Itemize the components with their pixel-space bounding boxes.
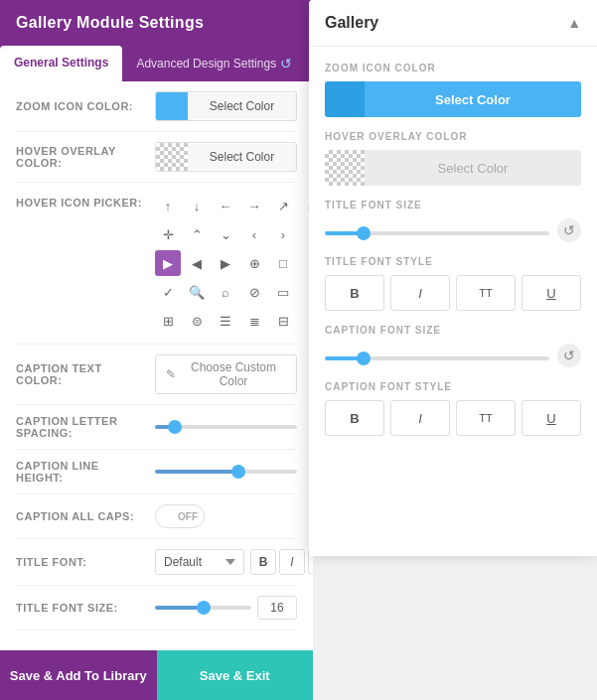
icon-cell-search[interactable]: 🔍 xyxy=(184,279,210,305)
hover-overlay-color-control: Select Color xyxy=(155,142,297,172)
rp-caption-tt-btn[interactable]: TT xyxy=(456,400,516,436)
rp-caption-font-size-reset[interactable]: ↺ xyxy=(557,344,581,367)
rp-caption-bold-btn[interactable]: B xyxy=(325,400,384,436)
main-panel-header: Gallery Module Settings xyxy=(0,0,313,46)
icon-cell-square[interactable]: □ xyxy=(270,250,296,276)
hover-icon-picker-control: ↑ ↓ ← → ↗ ↙ ↖ ✛ ⌃ ⌄ ‹ › » ⊙ ▶ xyxy=(155,193,313,334)
rp-title-tt-btn[interactable]: TT xyxy=(456,275,516,311)
rp-caption-italic-btn[interactable]: I xyxy=(390,400,450,436)
rp-title-font-size-reset[interactable]: ↺ xyxy=(557,218,581,242)
icon-cell-chevron-right[interactable]: › xyxy=(270,221,296,247)
rp-title-font-size-slider[interactable] xyxy=(325,231,549,235)
caption-text-color-label: CAPTION TEXT COLOR: xyxy=(16,362,145,386)
icon-cell-settings[interactable]: ⊕ xyxy=(241,250,267,276)
rp-hover-overlay-label: HOVER OVERLAY COLOR xyxy=(325,131,581,142)
toggle-bg[interactable]: OFF xyxy=(155,504,205,528)
title-font-size-label: TITLE FONT SIZE: xyxy=(16,602,145,614)
caption-letter-spacing-slider[interactable] xyxy=(155,425,297,429)
caption-line-height-label: CAPTION LINE HEIGHT: xyxy=(16,460,145,484)
footer: Save & Add To Library Save & Exit xyxy=(0,650,313,700)
rp-hover-overlay-swatch xyxy=(325,150,365,186)
icon-cell-rect[interactable]: ▭ xyxy=(270,279,296,305)
icon-cell-list[interactable]: ☰ xyxy=(213,308,238,334)
hover-overlay-color-btn[interactable]: Select Color xyxy=(155,142,297,172)
icon-cell-chevron-down[interactable]: ⌄ xyxy=(213,221,238,247)
icon-cell-arrow-right[interactable]: → xyxy=(241,193,267,218)
title-italic-btn[interactable]: I xyxy=(279,549,305,575)
save-library-btn[interactable]: Save & Add To Library xyxy=(0,650,157,700)
icon-cell-chevron-up[interactable]: ⌃ xyxy=(184,221,210,247)
rp-zoom-icon-label: ZOOM ICON COLOR xyxy=(325,63,581,73)
rp-title-bold-btn[interactable]: B xyxy=(325,275,384,311)
caption-letter-spacing-row: CAPTION LETTER SPACING: xyxy=(16,405,297,450)
pencil-icon: ✎ xyxy=(166,367,176,381)
icon-cell-diagonal-ne[interactable]: ↗ xyxy=(270,193,296,218)
right-panel-title: Gallery xyxy=(325,14,378,32)
icon-cell-list2[interactable]: ≣ xyxy=(241,308,267,334)
rp-zoom-icon-btn-label: Select Color xyxy=(365,81,581,117)
rp-hover-overlay-color-btn[interactable]: Select Color xyxy=(325,150,581,186)
caption-line-height-slider[interactable] xyxy=(155,470,297,474)
icon-cell-dots[interactable]: ⊜ xyxy=(184,308,210,334)
rp-title-font-style-label: TITLE FONT STYLE xyxy=(325,256,581,267)
caption-all-caps-toggle[interactable]: OFF xyxy=(155,504,205,528)
save-exit-label: Save & Exit xyxy=(200,668,270,683)
title-font-label: TITLE FONT: xyxy=(16,556,145,568)
zoom-icon-color-row: ZOOM ICON COLOR: Select Color xyxy=(16,81,297,132)
caption-line-height-row: CAPTION LINE HEIGHT: xyxy=(16,450,297,494)
icon-grid: ↑ ↓ ← → ↗ ↙ ↖ ✛ ⌃ ⌄ ‹ › » ⊙ ▶ xyxy=(155,193,313,334)
rp-caption-font-size-slider[interactable] xyxy=(325,356,549,360)
rp-zoom-icon-color-btn[interactable]: Select Color xyxy=(325,81,581,117)
hover-overlay-color-btn-label: Select Color xyxy=(188,144,296,170)
title-font-select[interactable]: Default xyxy=(155,549,244,575)
icon-cell-play-forward[interactable]: ▶ xyxy=(213,250,238,276)
rp-caption-underline-btn[interactable]: U xyxy=(522,400,581,436)
hover-icon-picker-row: HOVER ICON PICKER: ↑ ↓ ← → ↗ ↙ ↖ ✛ ⌃ ⌄ ‹… xyxy=(16,183,297,345)
zoom-icon-color-btn-label: Select Color xyxy=(188,93,296,119)
rp-zoom-icon-swatch xyxy=(325,81,365,117)
icon-cell-play[interactable]: ▶ xyxy=(155,250,181,276)
main-panel: Gallery Module Settings General Settings… xyxy=(0,0,313,700)
icon-cell-move[interactable]: ✛ xyxy=(155,221,181,247)
title-font-control: Default B I TT U xyxy=(155,549,313,575)
icon-cell-check[interactable]: ✓ xyxy=(155,279,181,305)
caption-all-caps-row: CAPTION ALL CAPS: OFF xyxy=(16,494,297,539)
toggle-label: OFF xyxy=(178,511,198,522)
rp-caption-font-size-row: ↺ xyxy=(325,344,581,367)
icon-cell-arrow-down[interactable]: ↓ xyxy=(184,193,210,218)
icon-cell-grid[interactable]: ⊞ xyxy=(155,308,181,334)
icon-cell-chevron-left[interactable]: ‹ xyxy=(241,221,267,247)
icon-cell-arrow-left[interactable]: ← xyxy=(213,193,238,218)
caption-letter-spacing-control xyxy=(155,425,297,429)
caption-text-color-row: CAPTION TEXT COLOR: ✎ Choose Custom Colo… xyxy=(16,345,297,405)
icon-cell-list3[interactable]: ⊟ xyxy=(270,308,296,334)
main-content: ZOOM ICON COLOR: Select Color HOVER OVER… xyxy=(0,81,313,700)
collapse-icon[interactable]: ▲ xyxy=(567,15,581,31)
title-font-style-btns: B I TT U xyxy=(250,549,313,575)
tabs-bar: General Settings Advanced Design Setting… xyxy=(0,46,313,81)
icon-cell-arrow-up[interactable]: ↑ xyxy=(155,193,181,218)
rp-title-underline-btn[interactable]: U xyxy=(522,275,581,311)
tab-advanced-design[interactable]: Advanced Design Settings ↺ xyxy=(122,46,306,81)
icon-cell-search2[interactable]: ⌕ xyxy=(213,279,238,305)
icon-cell-play-back[interactable]: ◀ xyxy=(184,250,210,276)
title-font-size-slider[interactable] xyxy=(155,606,251,610)
caption-text-color-btn-label: Choose Custom Color xyxy=(181,360,286,388)
rp-title-font-size-slider-wrap xyxy=(325,223,549,238)
title-font-row: TITLE FONT: Default B I TT U xyxy=(16,539,297,586)
title-bold-btn[interactable]: B xyxy=(250,549,276,575)
rp-title-italic-btn[interactable]: I xyxy=(390,275,450,311)
zoom-icon-color-btn[interactable]: Select Color xyxy=(155,91,297,121)
right-panel-header: Gallery ▲ xyxy=(309,0,597,47)
save-exit-btn[interactable]: Save & Exit xyxy=(157,650,314,700)
icon-cell-zoom[interactable]: ⊘ xyxy=(241,279,267,305)
hover-icon-picker-label: HOVER ICON PICKER: xyxy=(16,193,145,209)
caption-text-color-btn[interactable]: ✎ Choose Custom Color xyxy=(155,354,297,394)
title-font-size-control xyxy=(155,596,297,620)
hover-overlay-color-row: HOVER OVERLAY COLOR: Select Color xyxy=(16,132,297,183)
tab-general-settings[interactable]: General Settings xyxy=(0,46,122,81)
title-font-size-input[interactable] xyxy=(257,596,297,620)
zoom-icon-color-swatch xyxy=(156,92,188,120)
rp-title-font-style-btns: B I TT U xyxy=(325,275,581,311)
rp-caption-font-size-slider-wrap xyxy=(325,349,549,363)
